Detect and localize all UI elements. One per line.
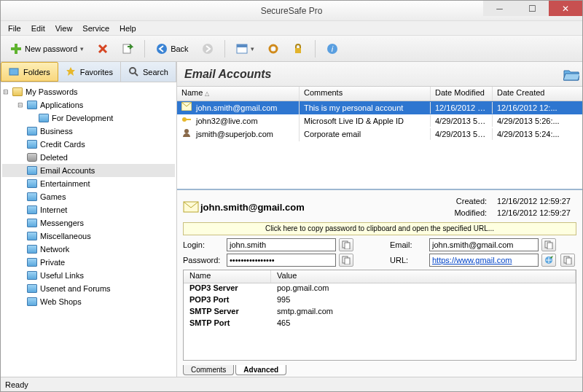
tab-favorites[interactable]: Favorites: [58, 62, 121, 82]
detail-meta: Created:12/16/2012 12:59:27 Modified:12/…: [448, 195, 576, 219]
minimize-button[interactable]: ─: [483, 1, 516, 16]
menu-edit[interactable]: Edit: [27, 23, 50, 34]
folder-icon: [9, 66, 20, 78]
export-button[interactable]: [117, 39, 138, 59]
app-window: SecureSafe Pro ─ ☐ ✕ File Edit View Serv…: [0, 0, 583, 392]
statusbar: Ready: [1, 377, 582, 391]
menu-service[interactable]: Service: [78, 23, 114, 34]
login-input[interactable]: [227, 238, 336, 251]
copy-url-button[interactable]: [560, 254, 575, 267]
open-folder-icon[interactable]: [563, 68, 575, 80]
prop-col-name[interactable]: Name: [184, 270, 271, 283]
tree-item[interactable]: Messengers: [2, 216, 175, 230]
main-area: Folders Favorites Search ⊟My Passwords⊟A…: [1, 62, 582, 377]
tree-item[interactable]: Email Accounts: [2, 164, 175, 177]
detail-title: john.smith@gmail.com: [200, 202, 305, 213]
row-icon: [181, 115, 193, 127]
menu-file[interactable]: File: [4, 23, 26, 34]
email-input[interactable]: [429, 238, 539, 251]
copy-and-open-bar[interactable]: Click here to copy password to clipboard…: [183, 222, 576, 235]
info-button[interactable]: i: [321, 39, 343, 59]
svg-rect-1: [11, 47, 21, 50]
copy-email-button[interactable]: [541, 238, 556, 251]
menu-help[interactable]: Help: [115, 23, 141, 34]
tree-item[interactable]: Usenet and Forums: [2, 282, 175, 295]
tree-item[interactable]: Deleted: [2, 151, 175, 164]
back-label: Back: [171, 44, 188, 53]
lock-button[interactable]: [287, 39, 309, 59]
svg-point-21: [184, 129, 189, 133]
calendar-button[interactable]: ▾: [231, 39, 259, 59]
tree-item[interactable]: Network: [2, 243, 175, 256]
col-comments[interactable]: Comments: [300, 87, 431, 101]
forward-button[interactable]: [197, 39, 219, 59]
svg-rect-24: [345, 243, 350, 249]
list-item[interactable]: john32@live.comMicrosoft Live ID & Apple…: [177, 114, 582, 128]
list-header: Name △ Comments Date Modified Date Creat…: [177, 87, 582, 101]
delete-button[interactable]: [92, 39, 114, 59]
titlebar: SecureSafe Pro ─ ☐ ✕: [1, 1, 582, 21]
col-modified[interactable]: Date Modified: [431, 87, 493, 101]
tree-item[interactable]: Business: [2, 125, 175, 138]
menu-view[interactable]: View: [51, 23, 77, 34]
svg-rect-31: [566, 258, 571, 264]
svg-point-5: [157, 44, 167, 54]
property-row: POP3 Port995: [184, 295, 576, 307]
close-button[interactable]: ✕: [549, 1, 582, 16]
new-password-button[interactable]: New password ▾: [5, 39, 89, 59]
tree-item[interactable]: Useful Links: [2, 269, 175, 282]
back-arrow-icon: [156, 43, 168, 55]
svg-rect-26: [547, 243, 552, 249]
tree-item[interactable]: Private: [2, 256, 175, 269]
prop-col-value[interactable]: Value: [271, 270, 576, 283]
open-url-button[interactable]: [541, 254, 556, 267]
maximize-button[interactable]: ☐: [516, 1, 549, 16]
svg-rect-4: [123, 44, 130, 53]
svg-rect-28: [345, 258, 350, 264]
detail-fields: Login: Email: Password: URL: https://www…: [183, 238, 576, 267]
password-input[interactable]: [227, 254, 336, 267]
properties-table: Name Value POP3 Serverpop.gmail.comPOP3 …: [183, 270, 576, 361]
content-title: Email Accounts: [184, 68, 271, 81]
tree-item[interactable]: For Development: [2, 111, 175, 125]
dropdown-caret-icon: ▾: [251, 45, 254, 52]
svg-point-16: [130, 68, 136, 74]
menubar: File Edit View Service Help: [1, 21, 582, 36]
svg-rect-20: [186, 119, 191, 120]
col-created[interactable]: Date Created: [493, 87, 582, 101]
list-item[interactable]: jsmith@superjob.comCorporate email4/29/2…: [177, 128, 582, 141]
folder-tree[interactable]: ⊟My Passwords⊟ApplicationsFor Developmen…: [1, 82, 176, 377]
delete-x-icon: [97, 43, 109, 55]
settings-button[interactable]: [262, 39, 284, 59]
tab-favorites-label: Favorites: [80, 68, 113, 77]
calendar-icon: [236, 43, 248, 55]
detail-tabs: Comments Advanced: [183, 361, 576, 375]
svg-rect-14: [9, 68, 18, 75]
tree-root[interactable]: ⊟My Passwords: [2, 85, 175, 98]
tree-item[interactable]: ⊟Applications: [2, 98, 175, 111]
tree-item[interactable]: Miscellaneous: [2, 230, 175, 243]
copy-password-button[interactable]: [339, 254, 353, 267]
dropdown-caret-icon: ▾: [80, 45, 84, 52]
list-body[interactable]: john.smith@gmail.comThis is my personal …: [177, 101, 582, 189]
svg-point-6: [203, 44, 213, 54]
sidebar-tabs: Folders Favorites Search: [1, 62, 176, 82]
url-link[interactable]: https://www.gmail.com: [432, 256, 512, 264]
list-item[interactable]: john.smith@gmail.comThis is my personal …: [177, 101, 582, 114]
tree-item[interactable]: Internet: [2, 203, 175, 216]
tree-item[interactable]: Games: [2, 190, 175, 203]
tab-search[interactable]: Search: [121, 62, 176, 82]
new-password-label: New password: [25, 44, 77, 53]
gear-icon: [267, 43, 279, 55]
tab-comments[interactable]: Comments: [183, 365, 234, 375]
tab-advanced[interactable]: Advanced: [235, 365, 286, 375]
tree-item[interactable]: Web Shops: [2, 295, 175, 308]
info-icon: i: [326, 43, 338, 55]
tab-folders[interactable]: Folders: [1, 62, 58, 82]
svg-line-17: [135, 73, 138, 76]
tree-item[interactable]: Credit Cards: [2, 138, 175, 151]
tree-item[interactable]: Entertainment: [2, 177, 175, 190]
back-button[interactable]: Back: [151, 39, 193, 59]
copy-login-button[interactable]: [339, 238, 353, 251]
col-name[interactable]: Name △: [177, 87, 300, 101]
